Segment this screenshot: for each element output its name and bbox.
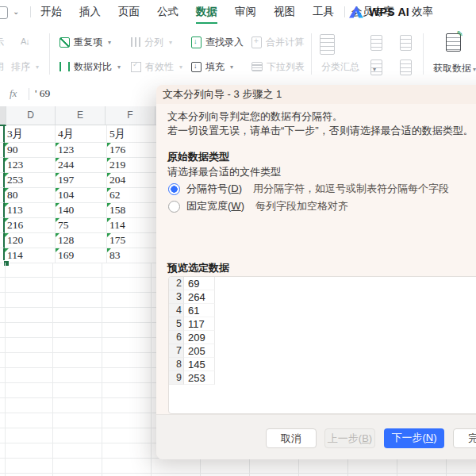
radio-fixed-desc: 每列字段加空格对齐 — [255, 199, 348, 213]
wizard-intro-line1: 文本分列向导判定您的数据有分隔符。 — [167, 109, 343, 124]
validation-button: 有效性 — [131, 58, 182, 75]
preview-row-value: 264 — [184, 290, 215, 304]
wps-ai-label: WPS AI — [369, 6, 409, 18]
fx-icon: fx — [10, 87, 17, 100]
column-header-f[interactable]: F — [106, 106, 155, 125]
finish-button[interactable]: 完成 — [453, 428, 476, 448]
data-compare-icon — [60, 62, 70, 71]
find-entry-label: 查找录入 — [205, 36, 244, 49]
preview-row: 2 69 — [169, 277, 476, 290]
tab-formula[interactable]: 公式 — [148, 0, 187, 24]
cell[interactable]: 90 — [5, 143, 56, 158]
ungroup-icon — [370, 60, 382, 75]
divider — [29, 88, 29, 100]
preview-row-value: 117 — [184, 317, 215, 331]
cell[interactable]: 175 — [107, 233, 159, 248]
column-header-e[interactable]: E — [56, 106, 106, 125]
cell[interactable]: 140 — [56, 203, 107, 218]
column-header-d[interactable]: D — [6, 106, 56, 125]
cell[interactable]: 216 — [5, 218, 56, 233]
cell[interactable]: 123 — [5, 158, 56, 173]
tab-tools[interactable]: 工具 — [304, 0, 343, 24]
formula-input[interactable]: ' 69 — [35, 87, 50, 100]
radio-unselected-icon — [168, 201, 180, 213]
cell[interactable]: 114 — [107, 218, 159, 233]
cell[interactable]: 169 — [56, 248, 107, 263]
preview-row-number: 2 — [169, 277, 184, 290]
preview-row: 7 205 — [169, 344, 476, 358]
preview-row: 9 253 — [169, 371, 476, 385]
cell[interactable]: 120 — [5, 233, 56, 248]
tab-data[interactable]: 数据 — [187, 0, 226, 24]
fill-icon — [191, 62, 202, 72]
data-compare-button[interactable]: 数据对比 — [60, 58, 121, 75]
cell[interactable]: 3月 — [5, 125, 56, 143]
cell[interactable]: 176 — [107, 143, 159, 158]
find-entry-button[interactable]: 查找录入 — [191, 33, 244, 51]
split-columns-button: 分列 — [131, 33, 172, 51]
cell[interactable]: 104 — [56, 188, 107, 203]
cell[interactable]: 5月 — [107, 125, 159, 143]
preview-data-box[interactable]: 2 69 3 264 4 61 5 117 6 209 7 205 8 145 … — [168, 276, 476, 414]
tab-page[interactable]: 页面 — [109, 0, 148, 24]
ribbon-toolbar: 示 用 排序 重复项 数据对比 分列 有效性 查找录入 填充 合并计算 下拉列表… — [0, 24, 476, 83]
validation-icon — [131, 62, 141, 72]
cell[interactable]: 113 — [5, 203, 56, 218]
tab-view[interactable]: 视图 — [265, 0, 304, 24]
get-data-button[interactable]: 获取数据 — [433, 62, 476, 75]
cell[interactable]: 4月 — [56, 125, 107, 143]
cell[interactable]: 204 — [107, 173, 159, 188]
cell[interactable]: 244 — [56, 158, 107, 173]
divider — [423, 33, 424, 75]
cell[interactable]: 75 — [56, 218, 107, 233]
previous-step-button: 上一步(B) — [324, 428, 375, 448]
cell[interactable]: 197 — [56, 173, 107, 188]
wizard-intro-line2: 若一切设置无误，请单击“下一步”，否则请选择最合适的数据类型。 — [167, 124, 474, 138]
cancel-button[interactable]: 取消 — [266, 428, 317, 448]
fill-label: 填充 — [205, 60, 225, 74]
column-header-selected-sliver[interactable] — [0, 106, 6, 126]
text-to-columns-wizard-dialog: 文本分列向导 - 3 步骤之 1 文本分列向导判定您的数据有分隔符。 若一切设置… — [156, 85, 476, 459]
next-step-button[interactable]: 下一步(N) — [384, 428, 444, 448]
preview-row-value: 209 — [184, 331, 215, 344]
tab-insert[interactable]: 插入 — [71, 0, 109, 24]
tab-home[interactable]: 开始 — [32, 0, 71, 24]
cell[interactable]: 114 — [5, 248, 56, 263]
cell[interactable]: 219 — [107, 158, 159, 173]
preview-row: 8 145 — [169, 358, 476, 371]
radio-fixed-width[interactable]: 固定宽度(W) 每列字段加空格对齐 — [168, 199, 348, 213]
cell[interactable]: 253 — [5, 173, 56, 188]
split-columns-icon — [131, 37, 140, 47]
preview-row-value: 205 — [184, 344, 215, 358]
hide-detail-icon — [400, 60, 412, 75]
preview-row-number: 5 — [169, 317, 184, 331]
cell[interactable]: 128 — [56, 233, 107, 248]
preview-row-value: 69 — [184, 277, 215, 290]
radio-delimited[interactable]: 分隔符号(D) 用分隔字符，如逗号或制表符分隔每个字段 — [168, 182, 449, 196]
cell[interactable]: 83 — [107, 248, 159, 263]
preview-row-value: 61 — [184, 304, 215, 317]
fill-button[interactable]: 填充 — [191, 58, 233, 75]
dropdown-list-button: 下拉列表 — [251, 58, 305, 75]
merge-calc-icon — [251, 36, 262, 48]
truncated-reapply-button: 用 — [0, 58, 4, 75]
cell[interactable]: 62 — [107, 188, 159, 203]
duplicates-button[interactable]: 重复项 — [60, 33, 111, 51]
tab-review[interactable]: 审阅 — [226, 0, 265, 24]
cell[interactable]: 158 — [107, 203, 159, 218]
wps-ai-button[interactable]: WPS AI — [349, 0, 409, 24]
divider — [49, 33, 50, 75]
cell[interactable]: 80 — [5, 188, 56, 203]
subtotal-button: 分类汇总 — [321, 60, 359, 74]
divider — [30, 6, 31, 17]
cell[interactable]: 123 — [56, 143, 107, 158]
group-icon — [370, 35, 382, 51]
preview-row: 5 117 — [169, 317, 476, 331]
chevron-down-icon[interactable]: ⌄ — [13, 7, 19, 16]
radio-selected-icon — [168, 183, 180, 195]
radio-fixed-label: 固定宽度(W) — [186, 199, 244, 213]
find-entry-icon — [191, 36, 202, 48]
tab-data-label: 数据 — [196, 2, 217, 25]
truncated-show-all-button: 示 — [0, 33, 4, 51]
wps-ai-logo-icon — [349, 6, 363, 18]
